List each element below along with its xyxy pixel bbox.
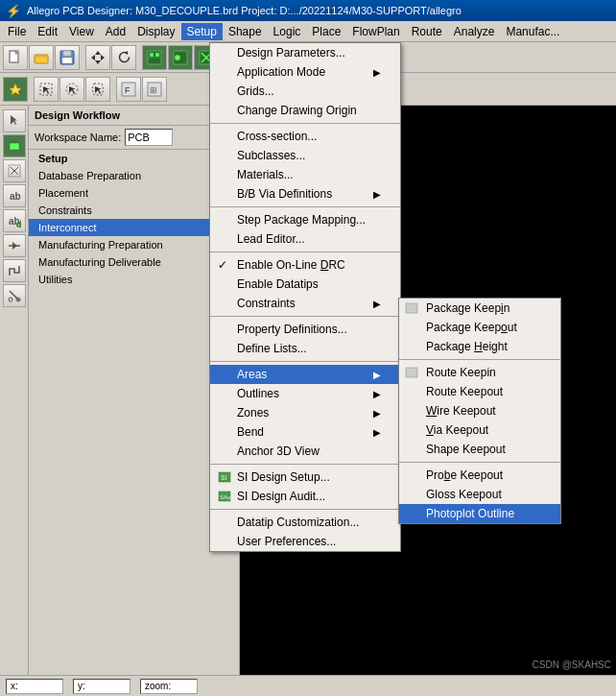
menu-shape[interactable]: Shape (223, 23, 268, 40)
route-keepin-icon (403, 365, 420, 380)
menu-enable-drc[interactable]: ✓ Enable On-Line DRC (210, 255, 400, 275)
svg-text:F: F (125, 85, 130, 95)
menu-anchor-3d[interactable]: Anchor 3D View (210, 442, 400, 461)
menu-setup[interactable]: Setup (181, 23, 223, 40)
menu-datatip-customization[interactable]: Datatip Customization... (210, 513, 400, 532)
menu-analyze[interactable]: Analyze (448, 23, 501, 40)
side-drc-icon[interactable] (3, 234, 26, 257)
sep7 (210, 509, 400, 510)
svg-marker-9 (101, 55, 105, 60)
menu-probe-keepout[interactable]: Probe Keepout (399, 466, 560, 485)
menu-outlines[interactable]: Outlines ▶ (210, 384, 400, 403)
pkg-keepin-icon (403, 300, 420, 316)
menu-si-design-setup[interactable]: SI SI Design Setup... (210, 468, 400, 487)
menu-bend[interactable]: Bend ▶ (210, 422, 400, 442)
menu-logic[interactable]: Logic (268, 23, 307, 40)
si-icon: SI (216, 469, 233, 485)
tb-select3[interactable] (85, 77, 110, 102)
menu-package-keepout[interactable]: Package Keepout (399, 318, 560, 337)
side-cut-icon[interactable] (3, 284, 26, 307)
menu-lead-editor[interactable]: Lead Editor... (210, 229, 400, 249)
menu-define-lists[interactable]: Define Lists... (210, 339, 400, 358)
menu-edit[interactable]: Edit (32, 23, 63, 40)
workflow-item-interconnect[interactable]: Interconnect (29, 219, 239, 236)
menu-flowplan[interactable]: FlowPlan (346, 23, 405, 40)
svg-rect-45 (10, 143, 19, 150)
svg-rect-12 (150, 53, 154, 57)
side-ratsnest-icon[interactable] (3, 159, 26, 182)
menu-display[interactable]: Display (131, 23, 180, 40)
menu-add[interactable]: Add (100, 23, 131, 40)
menu-route[interactable]: Route (406, 23, 448, 40)
menu-property-definitions[interactable]: Property Definitions... (210, 320, 400, 339)
side-component-icon[interactable] (3, 134, 26, 157)
menu-photoplot-outline[interactable]: Photoplot Outline (399, 504, 560, 523)
menu-zones[interactable]: Zones ▶ (210, 403, 400, 422)
menu-view[interactable]: View (63, 23, 100, 40)
menu-package-keepin[interactable]: Package Keepin (399, 299, 560, 318)
menu-si-design-audit[interactable]: SAu SI Design Audit... (210, 487, 400, 506)
menu-route-keepout[interactable]: Route Keepout (399, 382, 560, 401)
tb-move[interactable] (85, 45, 110, 70)
arrow-icon-areas: ▶ (373, 370, 381, 380)
sep6 (210, 464, 400, 465)
svg-text:SAu: SAu (220, 494, 230, 500)
tb-select1[interactable] (34, 77, 59, 102)
svg-line-58 (10, 291, 19, 300)
left-sidebar: abc abc+ (0, 106, 29, 675)
menu-wire-keepout[interactable]: Wire Keepout (399, 401, 560, 420)
menu-constraints[interactable]: Constraints ▶ (210, 294, 400, 313)
tb-more2[interactable]: ⊞ (142, 77, 167, 102)
workflow-item-utilities[interactable]: Utilities (29, 271, 239, 288)
menu-bb-via[interactable]: B/B Via Definitions ▶ (210, 184, 400, 204)
menu-package-height[interactable]: Package Height (399, 337, 560, 356)
tb-pcb1[interactable] (142, 45, 167, 70)
menu-materials[interactable]: Materials... (210, 165, 400, 184)
status-x: x: (6, 679, 63, 694)
tb-select2[interactable] (59, 77, 84, 102)
menu-areas[interactable]: Areas ▶ (210, 365, 400, 384)
tb-more1[interactable]: F (116, 77, 141, 102)
menu-route-keepin[interactable]: Route Keepin (399, 363, 560, 382)
menu-gloss-keepout[interactable]: Gloss Keepout (399, 485, 560, 504)
workflow-item-constraints[interactable]: Constraints (29, 202, 239, 219)
tb-pcb2[interactable] (168, 45, 193, 70)
title-text: Allegro PCB Designer: M30_DECOUPLE.brd P… (27, 5, 462, 16)
menu-manufactu[interactable]: Manufac... (500, 23, 565, 40)
side-route-icon[interactable] (3, 259, 26, 282)
menu-step-package[interactable]: Step Package Mapping... (210, 210, 400, 229)
areas-sep1 (399, 359, 560, 360)
side-text2-icon[interactable]: abc+ (3, 209, 26, 232)
menu-user-preferences[interactable]: User Preferences... (210, 532, 400, 551)
menu-application-mode[interactable]: Application Mode ▶ (210, 62, 400, 82)
svg-rect-66 (406, 368, 417, 377)
menu-file[interactable]: File (2, 23, 32, 40)
workflow-item-database-preparation[interactable]: Database Preparation (29, 167, 239, 184)
menu-grids[interactable]: Grids... (210, 82, 400, 101)
tb-refresh[interactable] (111, 45, 136, 70)
workspace-input[interactable] (125, 129, 173, 146)
menu-shape-keepout[interactable]: Shape Keepout (399, 440, 560, 459)
workflow-item-placement[interactable]: Placement (29, 184, 239, 202)
sep2 (210, 206, 400, 207)
svg-rect-2 (35, 55, 48, 63)
menu-enable-datatips[interactable]: Enable Datatips (210, 275, 400, 294)
menu-via-keepout[interactable]: Via Keepout (399, 420, 560, 440)
menu-design-parameters[interactable]: Design Parameters... (210, 43, 400, 62)
menu-subclasses[interactable]: Subclasses... (210, 146, 400, 165)
tb-new[interactable] (3, 45, 28, 70)
menu-place[interactable]: Place (306, 23, 346, 40)
tb-open[interactable] (29, 45, 54, 70)
menu-change-drawing-origin[interactable]: Change Drawing Origin (210, 101, 400, 120)
menu-cross-section[interactable]: Cross-section... (210, 127, 400, 146)
workflow-item-setup[interactable]: Setup (29, 150, 239, 167)
workflow-item-manufacturing-deliverable[interactable]: Manufacturing Deliverable (29, 253, 239, 271)
side-text-icon[interactable]: abc (3, 184, 26, 207)
svg-point-16 (175, 55, 180, 60)
svg-marker-8 (91, 55, 95, 60)
side-select-icon[interactable] (3, 109, 26, 132)
svg-text:abc: abc (10, 191, 21, 202)
tb-save[interactable] (55, 45, 80, 70)
tb-pin[interactable] (3, 77, 28, 102)
workflow-item-manufacturing-preparation[interactable]: Manufacturing Preparation (29, 236, 239, 253)
